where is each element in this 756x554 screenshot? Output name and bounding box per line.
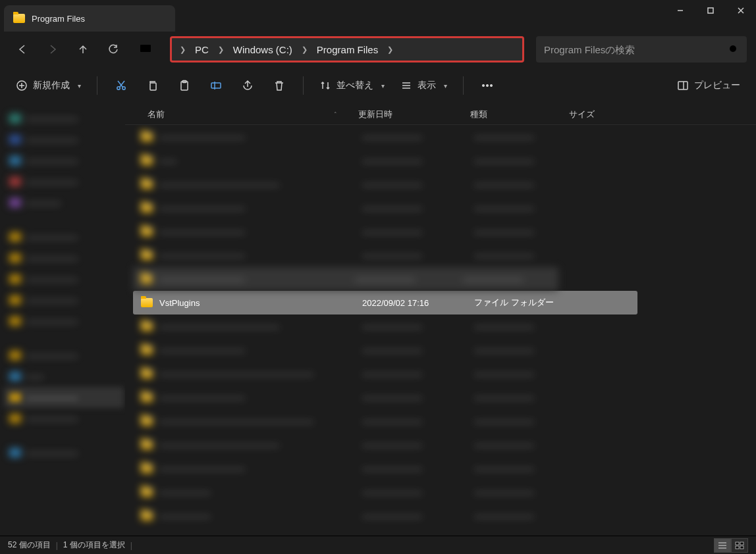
command-toolbar: 新規作成 ▾ 並べ替え ▾ 表示 ▾ プレビュー [0,67,756,104]
search-icon[interactable] [728,44,739,55]
close-tab-icon[interactable] [155,13,166,24]
status-selection-count: 1 個の項目を選択 [63,540,125,551]
copy-button[interactable] [138,74,167,97]
delete-button[interactable] [265,74,294,97]
details-view-button[interactable] [714,538,731,553]
svg-rect-1 [140,45,151,52]
svg-rect-16 [736,546,739,549]
file-name: VstPlugins [159,298,362,308]
minimize-button[interactable] [665,0,695,21]
chevron-down-icon: ▾ [381,82,385,89]
search-input[interactable] [544,44,728,55]
svg-rect-6 [150,83,156,90]
folder-icon [141,298,153,307]
column-headers[interactable]: 名前˄ 更新日時 種類 サイズ [125,104,756,125]
tab-strip: Program Files [0,0,665,32]
up-button[interactable] [70,36,96,63]
preview-button-label: プレビュー [694,80,740,91]
maximize-button[interactable] [695,0,726,21]
column-type[interactable]: 種類 [470,109,487,119]
more-button[interactable] [473,74,502,97]
new-button-label: 新規作成 [33,80,70,91]
tab-title: Program Files [32,14,149,24]
file-row-vstplugins[interactable]: VstPlugins 2022/09/02 17:16 ファイル フォルダー [133,291,637,315]
chevron-right-icon[interactable]: ❯ [299,45,310,54]
back-button[interactable] [9,36,36,63]
window-controls [665,0,756,21]
paste-button[interactable] [170,74,199,97]
breadcrumb-program-files[interactable]: Program Files [310,38,385,61]
address-breadcrumb[interactable]: ❯ PC ❯ Windows (C:) ❯ Program Files ❯ [170,36,524,63]
status-bar: 52 個の項目 | 1 個の項目を選択 | [0,536,756,554]
view-mode-toggle [714,538,748,553]
svg-point-12 [491,85,493,87]
chevron-down-icon: ▾ [444,82,447,89]
tab-program-files[interactable]: Program Files [4,5,175,32]
sort-button-label: 並べ替え [337,80,373,91]
close-window-button[interactable] [726,0,756,21]
rename-button[interactable] [202,74,230,97]
breadcrumb-drive-c[interactable]: Windows (C:) [227,38,299,61]
share-button[interactable] [233,74,262,97]
svg-point-10 [483,85,485,87]
folder-icon [13,14,25,23]
column-size[interactable]: サイズ [569,109,595,119]
svg-rect-9 [211,83,221,88]
view-button[interactable]: 表示 ▾ [394,74,454,97]
breadcrumb-pc[interactable]: PC [188,38,215,61]
navigation-bar: ❯ PC ❯ Windows (C:) ❯ Program Files ❯ [0,32,756,67]
svg-rect-17 [740,546,743,549]
thumbnails-view-button[interactable] [731,538,748,553]
main-area: —————— —————— —————— —————— ———— —————— … [0,104,756,536]
search-box[interactable] [536,36,747,63]
sort-indicator-icon: ˄ [334,111,337,118]
view-button-label: 表示 [418,80,436,91]
new-tab-button[interactable] [186,11,196,21]
svg-rect-14 [736,542,739,545]
svg-rect-0 [708,8,713,13]
file-date: 2022/09/02 17:16 [362,298,474,308]
cut-button[interactable] [107,74,136,97]
file-type: ファイル フォルダー [474,297,573,309]
svg-rect-13 [678,82,688,89]
navigation-sidebar[interactable]: —————— —————— —————— —————— ———— —————— … [0,104,125,536]
column-name[interactable]: 名前 [148,109,165,120]
status-item-count: 52 個の項目 [8,540,51,551]
forward-button[interactable] [40,36,66,63]
content-pane: 名前˄ 更新日時 種類 サイズ ————————————————————————… [125,104,756,536]
svg-point-11 [487,85,489,87]
sort-button[interactable]: 並べ替え ▾ [313,74,391,97]
column-date[interactable]: 更新日時 [358,109,392,119]
svg-rect-15 [740,542,743,545]
svg-point-2 [730,45,736,52]
chevron-right-icon[interactable]: ❯ [215,45,227,54]
chevron-right-icon[interactable]: ❯ [385,45,396,54]
new-button[interactable]: 新規作成 ▾ [9,74,88,97]
title-bar: Program Files [0,0,756,32]
preview-pane-button[interactable]: プレビュー [670,74,747,97]
chevron-right-icon[interactable]: ❯ [177,45,188,54]
file-list[interactable]: ———————————————————————— ———————————————… [125,125,756,536]
pc-icon[interactable] [135,39,156,60]
refresh-button[interactable] [100,36,126,63]
chevron-down-icon: ▾ [78,82,81,89]
